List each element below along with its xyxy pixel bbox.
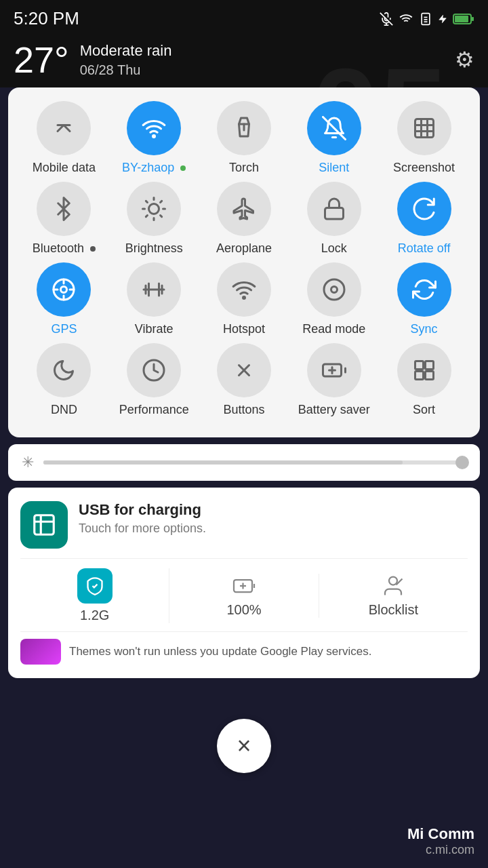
svg-line-30 [161,201,162,202]
mobile-data-label: Mobile data [33,161,96,175]
buttons-circle [217,343,271,397]
toggle-buttons[interactable]: Buttons [199,343,289,417]
svg-point-54 [389,577,397,585]
lock-icon [322,197,346,221]
sync-label: Sync [411,322,438,336]
svg-marker-8 [439,15,447,23]
themes-text: Themes won't run unless you update Googl… [69,645,371,658]
settings-icon[interactable]: ⚙ [455,47,474,73]
close-btn-container: × [0,719,488,793]
close-icon: × [237,732,251,760]
svg-point-33 [61,287,67,293]
brightness-label: Brightness [125,241,183,256]
svg-rect-46 [415,361,423,370]
aeroplane-label: Aeroplane [216,241,272,256]
brightness-handle[interactable] [455,456,469,469]
svg-rect-31 [325,208,343,220]
mobile-data-icon [52,116,76,140]
svg-point-22 [149,204,159,214]
lock-label: Lock [321,241,347,256]
mobile-data-circle [37,101,91,155]
battery-value: 100% [226,602,261,618]
close-button[interactable]: × [217,719,271,773]
hotspot-circle [217,262,271,317]
toggle-dnd[interactable]: DND [19,343,109,417]
svg-line-29 [146,216,148,217]
wifi-toggle-icon [142,116,166,140]
status-time: 5:20 PM [14,8,79,29]
toggle-screenshot[interactable]: Screenshot [379,101,469,175]
wifi-icon [399,12,413,26]
toggle-rotate[interactable]: Rotate off [379,182,469,256]
hotspot-label: Hotspot [223,322,265,336]
screenshot-label: Screenshot [393,161,455,175]
toggle-torch[interactable]: Torch [199,101,289,175]
toggle-row-4: DND Performance Buttons Battery saver [19,343,469,417]
performance-label: Performance [119,403,189,417]
screenshot-icon [412,116,436,140]
stat-blocklist[interactable]: Blocklist [319,574,468,618]
rotate-label: Rotate off [398,241,451,256]
stats-row: 1.2G 100% Blocklist [20,558,468,623]
bluetooth-circle [37,182,91,236]
toggle-bluetooth[interactable]: Bluetooth [19,182,109,256]
torch-circle [217,101,271,155]
weather-temperature: 27° [14,41,69,78]
svg-rect-48 [415,372,423,380]
battery-icon [453,13,474,25]
battery-saver-label: Battery saver [298,403,370,417]
sort-label: Sort [413,403,435,417]
toggle-hotspot[interactable]: Hotspot [199,262,289,336]
usb-notif-text: USB for charging Touch for more options. [79,501,206,536]
torch-icon [232,116,256,140]
security-icon-box [77,568,113,604]
brightness-track[interactable] [43,460,466,465]
usb-icon [31,512,57,538]
toggle-performance[interactable]: Performance [109,343,199,417]
toggle-lock[interactable]: Lock [289,182,379,256]
close-area: × [0,678,488,800]
rotate-circle [397,182,451,236]
stat-battery[interactable]: 100% [169,574,319,618]
toggle-gps[interactable]: GPS [19,262,109,336]
usb-notification-card[interactable]: USB for charging Touch for more options.… [8,488,480,678]
themes-notification-row[interactable]: Themes won't run unless you update Googl… [20,631,468,665]
blocklist-value: Blocklist [369,602,418,618]
mute-icon [380,12,393,26]
readmode-circle [307,262,361,317]
status-bar: 5:20 PM [0,0,488,35]
toggle-row-3: GPS Vibrate Hotspot Read mode [19,262,469,336]
toggle-readmode[interactable]: Read mode [289,262,379,336]
wifi-label: BY-zhaop [122,161,186,175]
brightness-bar[interactable]: ✳ [8,444,480,481]
toggle-sort[interactable]: Sort [379,343,469,417]
toggle-battery-saver[interactable]: Battery saver [289,343,379,417]
svg-rect-11 [472,17,474,21]
toggle-vibrate[interactable]: Vibrate [109,262,199,336]
toggle-mobile-data[interactable]: Mobile data [19,101,109,175]
toggle-sync[interactable]: Sync [379,262,469,336]
usb-notif-subtitle: Touch for more options. [79,521,206,536]
toggle-aeroplane[interactable]: Aeroplane [199,182,289,256]
sync-icon [412,277,436,302]
toggle-silent[interactable]: Silent [289,101,379,175]
aeroplane-circle [217,182,271,236]
sort-icon [412,358,436,382]
sort-circle [397,343,451,397]
weather-date: 06/28 Thu [80,62,172,78]
toggle-brightness[interactable]: Brightness [109,182,199,256]
svg-rect-49 [425,372,433,380]
readmode-icon [322,277,346,302]
brightness-circle [127,182,181,236]
dnd-circle [37,343,91,397]
usb-icon-box [20,501,68,549]
brightness-fill [43,460,403,465]
readmode-label: Read mode [302,322,365,336]
svg-point-40 [331,287,337,293]
svg-rect-17 [415,119,433,138]
buttons-label: Buttons [223,403,264,417]
toggle-wifi[interactable]: BY-zhaop [109,101,199,175]
stat-storage[interactable]: 1.2G [20,568,169,623]
toggle-row-1: Mobile data BY-zhaop Torch Silent [19,101,469,175]
wifi-dot [180,165,186,171]
